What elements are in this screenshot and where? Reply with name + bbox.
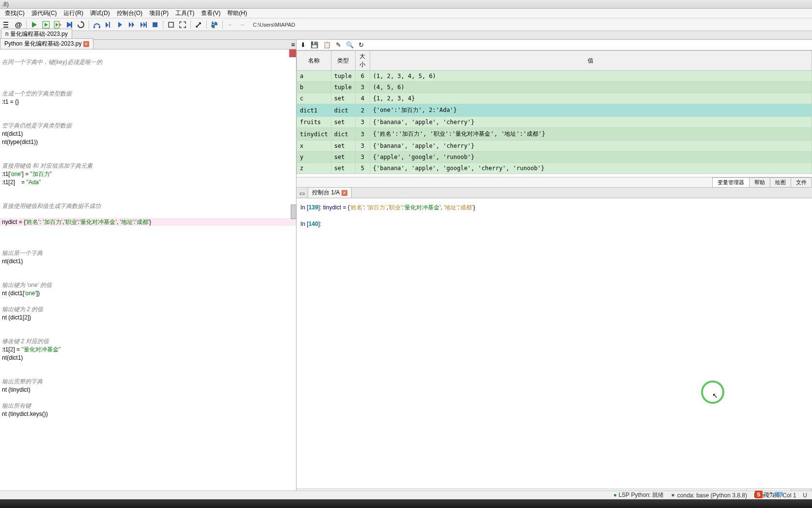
step-out-icon[interactable] (127, 20, 137, 30)
open-file-tab[interactable]: n 量化编程基础-2023.py (1, 29, 72, 39)
fullscreen-icon[interactable] (178, 20, 187, 30)
variable-cell: 3 (355, 141, 370, 152)
variable-cell: 2 (355, 104, 370, 117)
editor-tab-label: Python 量化编程基础-2023.py (4, 40, 81, 48)
menu-source[interactable]: 源代码(C) (29, 8, 60, 18)
save-icon[interactable]: 💾 (311, 41, 318, 48)
code-comment: 直接用键值 和 对应值添加字典元素 (2, 162, 93, 169)
forward-icon[interactable]: → (237, 20, 247, 30)
run-icon[interactable] (30, 20, 39, 30)
settings-icon[interactable] (194, 20, 203, 30)
step-into-icon[interactable] (104, 20, 113, 30)
variable-row[interactable]: dict1dict2{'one':'加百力', 2:'Ada'} (297, 104, 812, 117)
variable-cell: set (331, 152, 355, 163)
code-comment: 直接使用键值和值生成字典数据不成功 (2, 203, 101, 209)
svg-marker-19 (141, 22, 143, 28)
console-tab[interactable]: 控制台 1/A ✕ (308, 187, 352, 198)
variable-cell: dict1 (297, 104, 331, 117)
menu-tools[interactable]: 工具(T) (172, 8, 197, 18)
svg-rect-21 (146, 22, 147, 28)
code-line: nt (dict1['one']) (2, 290, 40, 297)
ime-keyboard-icon[interactable]: ⌨ (775, 491, 783, 498)
code-line: :t1[2] = "量化对冲基金" (2, 346, 61, 353)
header-value[interactable]: 值 (370, 51, 812, 71)
status-encoding[interactable]: U (803, 492, 807, 499)
variable-row[interactable]: atuple6(1, 2, 3, 4, 5, 6) (297, 71, 812, 82)
menu-view[interactable]: 查看(V) (198, 8, 223, 18)
variable-cell: tinydict (297, 128, 331, 141)
tab-variable-explorer[interactable]: 变量管理器 (712, 177, 750, 188)
editor-marker (289, 49, 296, 57)
code-comment: 输出第一个字典 (2, 250, 43, 256)
console-window-icon[interactable]: ▭ (299, 190, 305, 197)
code-line: nt(dict1) (2, 130, 23, 137)
variable-cell: b (297, 82, 331, 93)
step-over-icon[interactable] (92, 20, 102, 30)
close-icon[interactable]: ✕ (83, 41, 89, 47)
code-line: nt(type(dict1)) (2, 139, 38, 145)
menu-help[interactable]: 帮助(H) (224, 8, 250, 18)
status-lsp[interactable]: ● LSP Python: 就绪 (613, 491, 664, 499)
ipython-console[interactable]: In [139]: tinydict = {'姓名': '加百力','职业':'… (297, 198, 812, 489)
tab-files[interactable]: 文件 (791, 177, 812, 188)
menu-project[interactable]: 项目(P) (146, 8, 172, 18)
header-size[interactable]: 大小 (355, 51, 370, 71)
outline-icon[interactable] (2, 20, 12, 30)
python-icon[interactable] (210, 20, 219, 30)
edit-icon[interactable]: ✎ (336, 41, 341, 48)
status-conda[interactable]: ✶ conda: base (Python 3.8.8) (671, 492, 747, 499)
menu-console[interactable]: 控制台(O) (114, 8, 145, 18)
os-taskbar[interactable] (0, 499, 812, 508)
variable-row[interactable]: xset3{'banana', 'apple', 'cherry'} (297, 141, 812, 152)
refresh-icon[interactable]: ↻ (359, 41, 364, 48)
variable-row[interactable]: tinydictdict3{'姓名':'加百力', '职业':'量化对冲基金',… (297, 128, 812, 141)
variable-cell: {'姓名':'加百力', '职业':'量化对冲基金', '地址':'成都'} (370, 128, 812, 141)
maximize-icon[interactable] (166, 20, 176, 30)
variable-row[interactable]: yset3{'apple', 'google', 'runoob'} (297, 152, 812, 163)
at-icon[interactable]: @ (14, 20, 23, 30)
window-title: .8) (2, 1, 9, 8)
header-name[interactable]: 名称 (297, 51, 331, 71)
variable-row[interactable]: zset5{'banana', 'apple', 'google', 'cher… (297, 163, 812, 174)
run-cell-advance-icon[interactable] (53, 20, 62, 30)
console-prompt: In [140]: (300, 219, 808, 229)
variable-row[interactable]: cset4{1, 2, 3, 4} (297, 93, 812, 104)
debug-icon[interactable] (64, 20, 74, 30)
svg-rect-15 (109, 22, 110, 28)
console-tab-label: 控制台 1/A (312, 189, 340, 197)
editor-pane: Python 量化编程基础-2023.py ✕ ≡ 在同一个字典中，键(key)… (0, 40, 297, 498)
ime-punct-icon[interactable]: °, (770, 491, 774, 498)
variable-cell: set (331, 141, 355, 152)
restart-icon[interactable] (76, 20, 86, 30)
code-editor[interactable]: 在同一个字典中，键(key)必须是唯一的 生成一个空的字典类型数据 :t1 = … (0, 49, 296, 491)
close-icon[interactable]: ✕ (342, 190, 347, 196)
variable-header-row: 名称 类型 大小 值 (297, 51, 812, 71)
header-type[interactable]: 类型 (331, 51, 355, 71)
splitter-handle[interactable] (291, 205, 297, 219)
editor-file-tab[interactable]: Python 量化编程基础-2023.py ✕ (0, 38, 94, 49)
variable-row[interactable]: btuple3(4, 5, 6) (297, 82, 812, 93)
svg-rect-13 (99, 26, 100, 28)
variable-row[interactable]: fruitsset3{'banana', 'apple', 'cherry'} (297, 117, 812, 128)
ime-indicator[interactable]: S 英 °, ⌨ (755, 491, 783, 498)
step-in-icon[interactable] (115, 20, 125, 30)
run-cell-icon[interactable] (41, 20, 51, 30)
menu-run[interactable]: 运行(R) (61, 8, 86, 18)
tab-plots[interactable]: 绘图 (770, 177, 791, 188)
menu-debug[interactable]: 调试(D) (87, 8, 113, 18)
stop-icon[interactable] (150, 20, 160, 30)
hamburger-icon[interactable]: ≡ (291, 41, 295, 48)
svg-marker-8 (59, 23, 62, 27)
back-icon[interactable]: ← (226, 20, 235, 30)
tab-label: n 量化编程基础-2023.py (5, 30, 68, 38)
tab-help[interactable]: 帮助 (749, 177, 770, 188)
variable-cell: 6 (355, 71, 370, 82)
code-comment: 空字典仍然是字典类型数据 (2, 122, 72, 129)
save-as-icon[interactable]: 📋 (323, 41, 331, 48)
menu-find[interactable]: 查找(C) (2, 8, 28, 18)
continue-icon[interactable] (139, 20, 148, 30)
variable-cell: tuple (331, 82, 355, 93)
svg-point-24 (196, 26, 198, 28)
import-icon[interactable]: ⬇ (300, 41, 306, 48)
search-icon[interactable]: 🔍 (346, 41, 354, 48)
